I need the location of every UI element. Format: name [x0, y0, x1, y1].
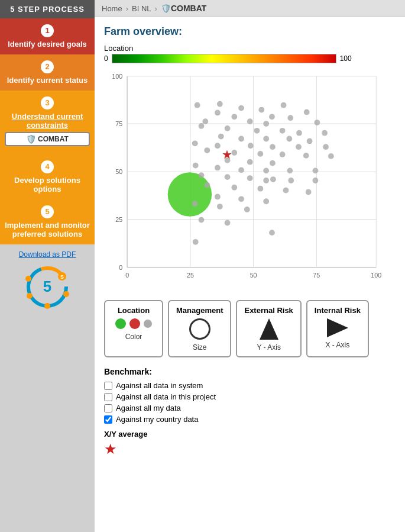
legend-management-subtitle: Size [176, 343, 223, 352]
arrow-up-icon [260, 318, 278, 340]
svg-point-36 [258, 107, 264, 113]
svg-point-80 [247, 175, 253, 181]
legend-row: Location Color Management Size External … [104, 300, 396, 357]
chart-svg: 100 75 50 25 0 0 25 50 75 100 [104, 68, 382, 293]
svg-point-51 [322, 130, 328, 136]
benchmark-label-1: Against all data in system [116, 381, 203, 390]
benchmark-item-3: Against all my data [104, 404, 396, 412]
svg-point-78 [199, 172, 205, 178]
svg-point-97 [263, 178, 269, 183]
dot-green [115, 318, 126, 329]
content-area: Farm overview: Location 0 100 [95, 17, 405, 532]
svg-point-58 [215, 143, 221, 149]
svg-point-85 [231, 185, 237, 191]
svg-point-40 [269, 114, 275, 120]
svg-point-88 [306, 189, 312, 195]
svg-text:100: 100 [112, 73, 122, 80]
svg-point-82 [288, 178, 294, 183]
step2-label: Identify current status [7, 76, 88, 85]
svg-point-60 [270, 144, 276, 150]
svg-point-62 [323, 144, 329, 150]
svg-point-84 [204, 182, 210, 188]
svg-point-99 [193, 239, 199, 245]
svg-point-35 [238, 105, 244, 111]
svg-point-64 [231, 150, 237, 156]
legend-internal-subtitle: X - Axis [315, 341, 361, 349]
breadcrumb-bi-nl[interactable]: BI NL [132, 4, 151, 13]
benchmark-checkbox-4[interactable] [104, 415, 112, 424]
sidebar: 5 STEP PROCESS 1 Identify desired goals … [0, 0, 95, 532]
svg-point-74 [238, 167, 244, 173]
pdf-download-link[interactable]: Download as PDF [19, 250, 76, 259]
svg-point-93 [217, 204, 223, 209]
svg-point-94 [244, 207, 250, 212]
breadcrumb-home[interactable]: Home [102, 4, 122, 13]
benchmark-checkbox-1[interactable] [104, 382, 112, 390]
benchmark-checkbox-2[interactable] [104, 393, 112, 401]
step1-label: Identify desired goals [8, 40, 87, 49]
svg-text:5: 5 [43, 278, 51, 295]
svg-point-42 [202, 118, 208, 124]
svg-point-5 [63, 291, 69, 297]
svg-point-47 [225, 125, 231, 131]
step3-number: 3 [41, 96, 54, 109]
legend-location-subtitle: Color [112, 333, 155, 341]
step5-label: Implement and monitor preferred solution… [5, 221, 90, 238]
sidebar-item-step3[interactable]: 3 Understand current constraints 🛡️ COMB… [0, 91, 95, 154]
svg-point-75 [263, 167, 269, 173]
benchmark-item-4: Against my country data [104, 415, 396, 424]
breadcrumb-app: 🛡️ COMBAT [161, 4, 206, 13]
benchmark-item-2: Against all data in this project [104, 392, 396, 401]
xy-avg-star: ★ [104, 441, 117, 457]
legend-management-title: Management [176, 306, 223, 315]
svg-text:★: ★ [222, 148, 232, 161]
svg-point-87 [283, 188, 289, 194]
svg-point-48 [254, 128, 260, 134]
svg-point-68 [328, 153, 334, 159]
svg-point-39 [231, 114, 237, 120]
sidebar-item-step4[interactable]: 4 Develop solutions options [0, 154, 95, 199]
color-scale-row: 0 100 [104, 54, 396, 63]
step3-label: Understand current constraints [12, 112, 83, 130]
svg-point-65 [257, 151, 263, 157]
legend-internal-title: Internal Risk [315, 306, 361, 315]
svg-point-37 [215, 110, 221, 116]
legend-external-title: External Risk [244, 306, 293, 315]
sidebar-item-step5[interactable]: 5 Implement and monitor preferred soluti… [0, 199, 95, 244]
svg-point-61 [296, 144, 302, 150]
step4-number: 4 [41, 160, 54, 173]
svg-point-56 [307, 138, 313, 144]
breadcrumb-sep2: › [155, 4, 157, 13]
combat-text: COMBAT [38, 135, 69, 143]
breadcrumb-app-name: COMBAT [171, 4, 206, 13]
main-area: Home › BI NL › 🛡️ COMBAT Farm overview: … [95, 0, 405, 532]
svg-point-63 [204, 147, 210, 153]
sidebar-item-step1[interactable]: 1 Identify desired goals [0, 18, 95, 54]
breadcrumb-shield-icon: 🛡️ [161, 4, 171, 13]
svg-point-72 [193, 163, 199, 169]
circle-size-icon [189, 318, 210, 340]
svg-point-67 [303, 153, 309, 159]
benchmark-title: Benchmark: [104, 367, 396, 376]
svg-point-34 [281, 102, 287, 108]
legend-location: Location Color [104, 300, 163, 357]
svg-point-49 [280, 128, 286, 134]
svg-point-41 [287, 115, 293, 121]
step4-label: Develop solutions options [14, 176, 80, 194]
legend-management: Management Size [168, 300, 231, 357]
svg-point-54 [263, 136, 269, 142]
svg-point-45 [314, 120, 320, 125]
svg-point-6 [44, 303, 50, 309]
svg-text:50: 50 [115, 168, 122, 175]
svg-point-83 [313, 178, 319, 183]
benchmark-checkbox-3[interactable] [104, 404, 112, 412]
dot-gray [144, 320, 152, 328]
svg-point-77 [313, 167, 319, 173]
location-scale-label: Location [104, 44, 396, 53]
page-title: Farm overview: [104, 25, 396, 38]
sidebar-item-step2[interactable]: 2 Identify current status [0, 54, 95, 91]
svg-point-91 [263, 198, 269, 204]
svg-point-31 [168, 172, 212, 216]
svg-point-50 [296, 130, 302, 136]
svg-point-8 [25, 276, 31, 282]
